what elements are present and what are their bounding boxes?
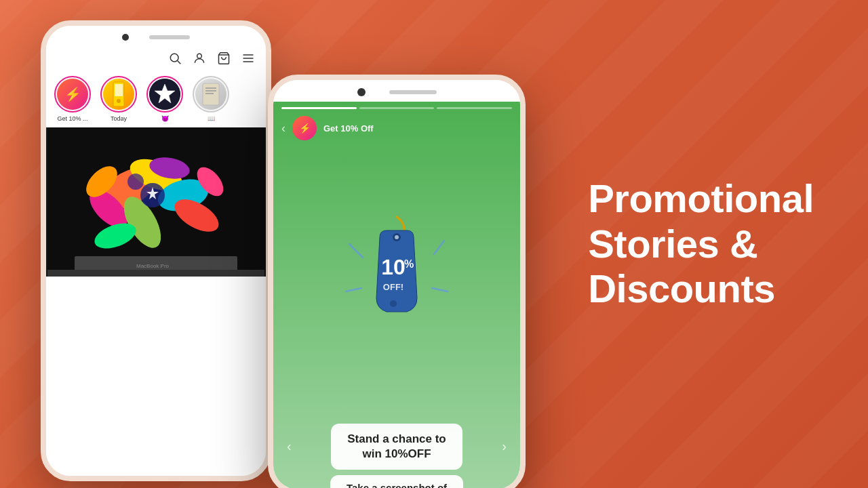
promo-sub-card: Take a screenshot of bbox=[330, 475, 463, 488]
story-bottom: ‹ Stand a chance to win 10%OFF › Take a … bbox=[273, 417, 520, 488]
headline: Promotional Stories & Discounts bbox=[588, 176, 814, 312]
product-avatar-2 bbox=[149, 79, 180, 110]
left-phone-notch bbox=[46, 26, 266, 46]
stories-row: ⚡ Get 10% ... Today bbox=[46, 70, 266, 127]
svg-line-33 bbox=[349, 244, 363, 258]
colorful-art-svg: MacBook Pro bbox=[47, 127, 264, 277]
svg-point-42 bbox=[390, 300, 397, 307]
search-icon[interactable] bbox=[168, 52, 182, 65]
right-phone: ‹ ⚡ Get 10% Off 10 % bbox=[268, 75, 526, 488]
story-screen: ‹ ⚡ Get 10% Off 10 % bbox=[273, 102, 520, 488]
left-phone: ⚡ Get 10% ... Today bbox=[41, 20, 271, 481]
svg-point-9 bbox=[117, 99, 121, 103]
right-phone-camera bbox=[357, 88, 366, 96]
right-phone-speaker bbox=[389, 90, 437, 94]
story-label-4: 📖 bbox=[208, 115, 215, 122]
svg-line-1 bbox=[178, 61, 181, 64]
svg-point-0 bbox=[170, 54, 178, 62]
left-phone-screen: ⚡ Get 10% ... Today bbox=[46, 46, 266, 481]
story-avatar-1: ⚡ bbox=[54, 76, 91, 113]
nav-arrow-area: ‹ Stand a chance to win 10%OFF › bbox=[287, 424, 507, 470]
svg-point-38 bbox=[395, 235, 399, 239]
progress-bar-1 bbox=[281, 107, 357, 109]
story-item-3[interactable]: 😈 bbox=[146, 76, 183, 122]
story-item-1[interactable]: ⚡ Get 10% ... bbox=[54, 76, 91, 122]
svg-text:OFF!: OFF! bbox=[383, 282, 403, 292]
svg-rect-8 bbox=[115, 84, 123, 96]
svg-line-36 bbox=[432, 288, 448, 291]
story-prev-arrow[interactable]: ‹ bbox=[287, 439, 292, 454]
promo-main-text: Stand a chance to win 10%OFF bbox=[347, 432, 446, 462]
svg-text:%: % bbox=[404, 258, 414, 270]
story-next-arrow[interactable]: › bbox=[502, 439, 507, 454]
cart-icon[interactable] bbox=[217, 52, 231, 65]
svg-line-35 bbox=[346, 288, 361, 291]
story-progress bbox=[273, 102, 520, 113]
promo-sub-text: Take a screenshot of bbox=[347, 482, 447, 488]
story-graphic: 10 % OFF! bbox=[273, 146, 520, 417]
left-phone-header bbox=[46, 46, 266, 70]
story-label-2: Today bbox=[111, 115, 127, 122]
story-label-1: Get 10% ... bbox=[57, 115, 87, 122]
user-icon[interactable] bbox=[193, 52, 206, 65]
price-tag-svg: 10 % OFF! bbox=[329, 203, 465, 359]
story-username: Get 10% Off bbox=[323, 123, 374, 134]
svg-rect-12 bbox=[203, 83, 219, 105]
main-image: MacBook Pro bbox=[46, 127, 266, 277]
product-avatar-1 bbox=[103, 79, 134, 110]
story-item-2[interactable]: Today bbox=[100, 76, 137, 122]
right-text-section: Promotional Stories & Discounts bbox=[588, 176, 814, 312]
story-avatar-2 bbox=[100, 76, 137, 113]
story-user-icon: ⚡ bbox=[292, 116, 317, 140]
product-avatar-3 bbox=[195, 79, 226, 110]
svg-line-34 bbox=[434, 241, 444, 254]
story-back-button[interactable]: ‹ bbox=[281, 121, 285, 136]
svg-point-28 bbox=[127, 174, 144, 190]
progress-bar-2 bbox=[359, 107, 435, 109]
story-avatar-3 bbox=[146, 76, 183, 113]
svg-point-2 bbox=[197, 54, 202, 58]
story-label-3: 😈 bbox=[161, 115, 169, 122]
svg-text:MacBook Pro: MacBook Pro bbox=[136, 263, 170, 269]
svg-text:10: 10 bbox=[381, 255, 406, 279]
svg-rect-31 bbox=[47, 270, 264, 277]
story-item-4[interactable]: 📖 bbox=[193, 76, 229, 122]
menu-icon[interactable] bbox=[241, 52, 255, 65]
promo-main-card: Stand a chance to win 10%OFF bbox=[331, 424, 462, 470]
lightning-avatar: ⚡ bbox=[57, 79, 88, 110]
left-phone-speaker bbox=[149, 35, 190, 39]
progress-bar-3 bbox=[437, 107, 512, 109]
right-phone-notch bbox=[273, 80, 520, 102]
left-phone-camera bbox=[122, 34, 129, 41]
story-header: ‹ ⚡ Get 10% Off bbox=[273, 113, 520, 146]
story-avatar-4 bbox=[193, 76, 229, 113]
